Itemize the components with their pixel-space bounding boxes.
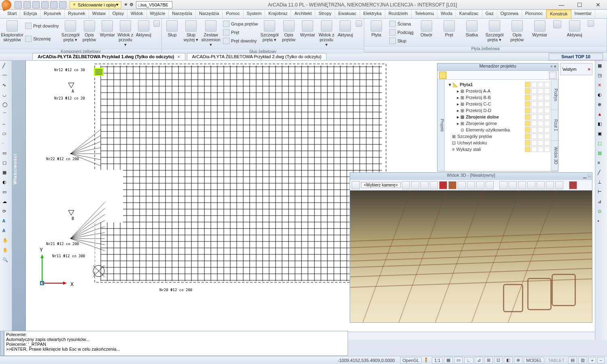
tree-przekroj-aa[interactable]: ▸ ⊞ Przekrój A-A: [446, 88, 550, 94]
tab-opisy[interactable]: Opisy: [109, 10, 127, 18]
tab-narzedzia[interactable]: Narzędzia: [169, 10, 196, 18]
pm-tool-icon[interactable]: [549, 72, 556, 79]
tool1-icon[interactable]: ◐: [2, 180, 10, 187]
v3d-t16-icon[interactable]: [537, 181, 545, 189]
status-opengl[interactable]: OpenGL: [400, 357, 422, 364]
rebar-button[interactable]: Pręt: [221, 29, 260, 36]
tab-wyjscie[interactable]: Wyjście: [147, 10, 169, 18]
rebar-detail3-button[interactable]: Szczegół pręta ▾: [483, 19, 506, 43]
rt7-icon[interactable]: ▣: [598, 131, 605, 138]
close-icon[interactable]: ×: [177, 54, 180, 59]
tree-przekroj-cc[interactable]: ▸ ⊞ Przekrój C-C: [446, 101, 550, 107]
v3d-t9-icon[interactable]: [467, 181, 475, 189]
close-button[interactable]: ✕: [589, 0, 607, 10]
close-icon[interactable]: ×: [588, 67, 590, 72]
polyline-icon[interactable]: 〰: [2, 73, 10, 80]
slab-extra1[interactable]: [551, 19, 563, 29]
v3d-t5-icon[interactable]: [430, 181, 438, 189]
sun-icon[interactable]: ☀: [124, 2, 128, 7]
tab-system[interactable]: System: [244, 10, 265, 18]
rebar-desc-button[interactable]: Opis prętów: [80, 19, 98, 43]
view3d-scene[interactable]: [350, 190, 592, 322]
v3d-t12-icon[interactable]: [499, 181, 507, 189]
tab-woda[interactable]: Woda: [437, 10, 456, 18]
status-tablet[interactable]: TABLET: [545, 357, 567, 364]
tab-start[interactable]: Start: [4, 10, 20, 18]
tab-stropy[interactable]: Stropy: [315, 10, 335, 18]
circle-icon[interactable]: ◯: [2, 102, 10, 109]
rect-icon[interactable]: ▭: [2, 150, 10, 158]
column2-button[interactable]: Słup: [388, 37, 415, 44]
pan2-icon[interactable]: ✋: [2, 248, 10, 255]
workspace-selector[interactable]: ✶Szkicowanie i opisy ▾: [70, 1, 121, 8]
v3d-t19-icon[interactable]: [569, 181, 577, 189]
sb2[interactable]: ▭: [454, 357, 463, 364]
tool2-icon[interactable]: ▭: [2, 189, 10, 197]
v3d-t6-icon[interactable]: [439, 181, 447, 189]
rect2-icon[interactable]: ▢: [2, 160, 10, 167]
pm-side-podrys[interactable]: Podrys: [551, 80, 558, 110]
rebar-detail-button[interactable]: Szczegół pręta ▾: [61, 19, 81, 43]
rt11-icon[interactable]: ╱: [598, 170, 605, 177]
pm-home-icon[interactable]: [439, 72, 446, 79]
front-view-button[interactable]: Widok z przodu ▾: [117, 19, 135, 48]
command-line[interactable]: Polecenie: Automatyczny zapis otwartych …: [4, 331, 348, 356]
tab-ewakuacja[interactable]: Ewakuac: [335, 10, 360, 18]
sb12[interactable]: −: [597, 357, 605, 364]
v3d-min-icon[interactable]: ▁: [583, 173, 586, 178]
tab-ogrzewanie[interactable]: Ogrzewa: [497, 10, 522, 18]
tab-kanalizacja[interactable]: Kanalizac: [456, 10, 482, 18]
tab-architekt[interactable]: Architekt: [291, 10, 315, 18]
rebar3-button[interactable]: Pręt: [438, 19, 461, 38]
maximize-button[interactable]: ☐: [571, 0, 589, 10]
tree-przekroj-dd[interactable]: ▸ ⊞ Przekrój D-D: [446, 107, 550, 114]
gear-icon[interactable]: ⚙: [129, 2, 134, 7]
status-model[interactable]: MODEL: [524, 357, 544, 364]
qat-open-icon[interactable]: [23, 1, 31, 8]
v3d-t15-icon[interactable]: [527, 181, 535, 189]
rt14-icon[interactable]: ⊿: [598, 199, 605, 206]
hatch-icon[interactable]: ▦: [2, 170, 10, 177]
rt12-icon[interactable]: ⊥: [598, 180, 605, 187]
slab-button[interactable]: Płyta: [365, 19, 388, 38]
rt13-icon[interactable]: ⊢: [598, 189, 605, 197]
qat-undo-icon[interactable]: [50, 1, 57, 8]
rt-cross-icon[interactable]: ✕: [598, 83, 605, 90]
column-up-button[interactable]: Słup wyżej ▾: [182, 19, 201, 43]
rt9-icon[interactable]: ▥: [598, 150, 605, 158]
tab-telekom[interactable]: Telekomu: [412, 10, 437, 18]
arc-icon[interactable]: ◡: [2, 92, 10, 99]
sb10[interactable]: ▥: [578, 357, 587, 364]
arc2-icon[interactable]: ⌒: [2, 112, 10, 119]
group3-more[interactable]: [586, 19, 596, 28]
sb8[interactable]: ⊕: [514, 357, 522, 364]
v3d-t7-icon[interactable]: [448, 181, 456, 189]
wall-button[interactable]: Ściana: [388, 20, 415, 28]
activate2-button[interactable]: Aktywuj: [336, 19, 355, 38]
textA-icon[interactable]: A: [2, 218, 10, 226]
v3d-t10-icon[interactable]: [476, 181, 484, 189]
tool4-icon[interactable]: ⟳: [2, 209, 10, 216]
camera-select[interactable]: <Wybierz kamerę>: [361, 182, 401, 188]
v3d-t4-icon[interactable]: [420, 181, 429, 189]
tab-krajobraz[interactable]: Krajobraz: [265, 10, 291, 18]
arc3-icon[interactable]: ⌢: [2, 121, 10, 129]
rt15-icon[interactable]: ⊙: [598, 209, 605, 216]
rebar-group-button[interactable]: Grupa prętów: [221, 20, 260, 28]
qat-new-icon[interactable]: [15, 1, 22, 8]
pm-side-widok3d[interactable]: Widok 3D: [551, 141, 558, 171]
front-view2-button[interactable]: Widok z przodu ▾: [317, 19, 336, 48]
pm-side-rzut1[interactable]: Rzut 1: [551, 110, 558, 140]
zoom-icon[interactable]: 🔍: [2, 257, 10, 265]
doc-tab-2[interactable]: ArCADia-PŁYTA ŻELBETOWA Przykład 2.dwg (…: [187, 53, 327, 60]
collapsed-palette[interactable]: 'wistym×: [560, 63, 592, 75]
tab-inwentaryzacja[interactable]: Inwentar: [571, 10, 595, 18]
v3d-t17-icon[interactable]: [546, 181, 554, 189]
tree-uchwyt[interactable]: ⊡ Uchwyt widoku: [446, 140, 550, 146]
sb3[interactable]: ∟: [464, 357, 473, 364]
stirrup-button[interactable]: Strzemię: [23, 35, 61, 42]
line-icon[interactable]: ╱: [2, 63, 10, 70]
pm-close-icon[interactable]: × ▾: [550, 64, 556, 69]
tree-zbrojenie-dolne[interactable]: ▸ ⊞ Zbrojenie dolne: [446, 114, 550, 120]
group1-more[interactable]: [153, 19, 161, 28]
